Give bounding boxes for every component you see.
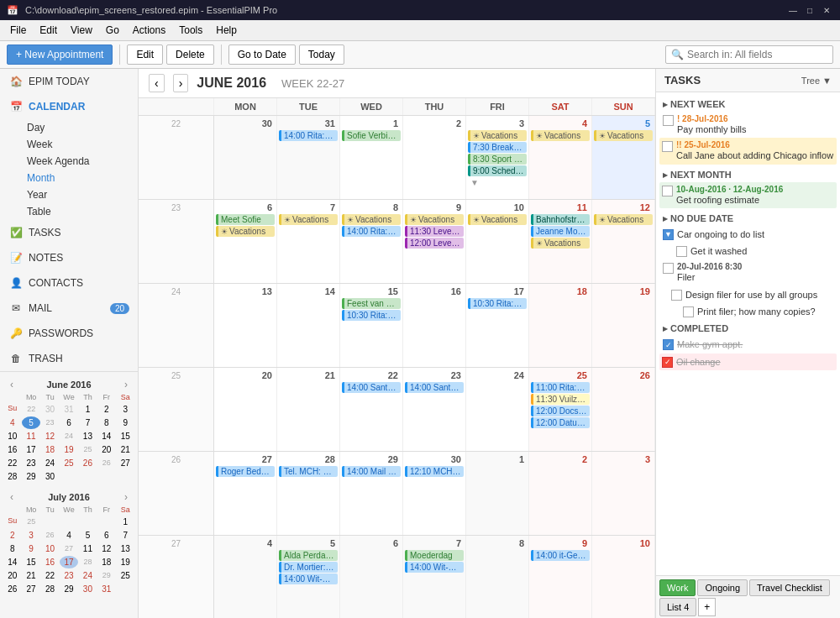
mini-day[interactable]: 30: [41, 470, 59, 483]
task-checkbox[interactable]: ✓: [662, 357, 673, 368]
mini-day[interactable]: 23: [22, 457, 39, 469]
mini-day[interactable]: 26: [3, 583, 21, 595]
mini-day[interactable]: [60, 516, 77, 528]
mini-day[interactable]: 25: [117, 569, 134, 582]
maximize-button[interactable]: □: [803, 3, 816, 17]
cal-event[interactable]: 8:30 Sport spe: [468, 154, 527, 165]
close-button[interactable]: ✕: [820, 3, 833, 17]
cal-event[interactable]: 14:00 Santana: oj: [405, 382, 464, 393]
cal-event[interactable]: 14:00 Rita: mail b: [279, 130, 338, 141]
cal-cell[interactable]: 13: [214, 284, 277, 367]
cal-cell[interactable]: 1: [466, 452, 529, 535]
sidebar-sub-day[interactable]: Day: [0, 119, 138, 136]
cal-event[interactable]: 14:00 Wit-Gele K: [405, 562, 464, 573]
menu-item-tools[interactable]: Tools: [172, 22, 209, 39]
cal-event[interactable]: 14:00 Santana: oj: [342, 382, 401, 393]
cal-cell[interactable]: 6Meet Sofie☀Vacations: [214, 200, 277, 283]
cal-cell[interactable]: 28Tel. MCH: RDV R: [277, 452, 340, 535]
mini-day[interactable]: [60, 470, 77, 483]
mini-day[interactable]: 28: [3, 470, 21, 483]
cal-cell-today[interactable]: 5☀Vacations: [592, 116, 655, 199]
sidebar-item-passwords[interactable]: 🔑 PASSWORDS: [0, 321, 138, 346]
sidebar-item-epim-today[interactable]: 🏠 EPIM TODAY: [0, 69, 138, 94]
mini-day[interactable]: 1: [117, 516, 134, 528]
task-checkbox[interactable]: [663, 115, 674, 126]
cal-cell[interactable]: 10: [592, 536, 655, 618]
cal-cell[interactable]: 16: [403, 284, 466, 367]
mini-day[interactable]: 20: [97, 443, 115, 456]
cal-event[interactable]: Feest van de Arb: [342, 298, 401, 309]
cal-cell[interactable]: 2214:00 Santana: oj: [340, 368, 403, 451]
mini-day[interactable]: 21: [22, 569, 39, 582]
task-tab-list4[interactable]: List 4: [659, 598, 696, 616]
task-item[interactable]: ✓ Make gym appt.: [659, 336, 837, 353]
cal-cell[interactable]: 27Roger Beddegen: [214, 452, 277, 535]
mini-day[interactable]: [79, 516, 97, 528]
menu-item-file[interactable]: File: [3, 22, 33, 39]
mini-day[interactable]: 1: [79, 403, 97, 416]
mini-day[interactable]: 26: [79, 457, 97, 469]
task-item[interactable]: 20-Jul-2016 8:30 Filer: [659, 259, 837, 285]
cal-prev-button[interactable]: ‹: [149, 74, 165, 92]
mini-day[interactable]: 25: [60, 457, 77, 469]
task-checkbox[interactable]: [676, 246, 687, 257]
cal-cell[interactable]: 15Feest van de Arb10:30 Rita: boods: [340, 284, 403, 367]
mini-day[interactable]: 29: [22, 470, 39, 483]
mini-day[interactable]: 3: [22, 529, 39, 542]
cal-cell[interactable]: 4☀Vacations: [529, 116, 592, 199]
cal-next-button[interactable]: ›: [173, 74, 189, 92]
cal-cell[interactable]: 30: [214, 116, 277, 199]
today-button[interactable]: Today: [299, 45, 344, 65]
sidebar-item-notes[interactable]: 📝 NOTES: [0, 245, 138, 270]
cal-event[interactable]: Meet Sofie: [216, 214, 275, 225]
cal-cell[interactable]: 1Sofie Verbiest (15: [340, 116, 403, 199]
cal-cell[interactable]: 20: [214, 368, 277, 451]
mini-day[interactable]: 22: [41, 569, 59, 582]
mini-day[interactable]: 22: [3, 457, 21, 469]
sidebar-sub-month[interactable]: Month: [0, 170, 138, 186]
mini-day[interactable]: 16: [3, 443, 21, 456]
sidebar-sub-table[interactable]: Table: [0, 203, 138, 220]
cal-event[interactable]: Sofie Verbiest (15: [342, 130, 401, 141]
search-box[interactable]: 🔍: [665, 45, 833, 64]
cal-event[interactable]: 10:30 Rita: boods: [468, 298, 527, 309]
mini-day[interactable]: 8: [97, 416, 115, 429]
delete-button[interactable]: Delete: [166, 45, 214, 65]
mini-day[interactable]: 30: [79, 583, 97, 595]
cal-event[interactable]: ☀Vacations: [594, 214, 653, 225]
mini-day[interactable]: 15: [117, 430, 134, 443]
mini-day[interactable]: 15: [22, 556, 39, 568]
task-checkbox[interactable]: ▼: [663, 229, 674, 240]
mini-day[interactable]: 2: [3, 529, 21, 542]
task-item[interactable]: !! 25-Jul-2016 Call Jane about adding Ch…: [659, 138, 837, 164]
cal-event[interactable]: 7:30 Breakfast: [468, 142, 527, 153]
mini-day[interactable]: 23: [60, 569, 77, 582]
cal-event[interactable]: 14:00 it-Gele Kru: [531, 550, 590, 561]
mini-day[interactable]: 19: [60, 443, 77, 456]
cal-cell[interactable]: 19: [592, 284, 655, 367]
cal-cell[interactable]: 3☀Vacations7:30 Breakfast8:30 Sport spe9…: [466, 116, 529, 199]
cal-cell[interactable]: 10☀Vacations: [466, 200, 529, 283]
mini-day[interactable]: [79, 470, 97, 483]
search-input[interactable]: [687, 49, 827, 60]
sidebar-item-mail[interactable]: ✉ MAIL 20: [0, 296, 138, 321]
cal-event[interactable]: Moederdag: [405, 550, 464, 561]
mini-day[interactable]: 21: [117, 443, 134, 456]
mini-day[interactable]: 27: [117, 457, 134, 469]
mini-day[interactable]: 6: [60, 416, 77, 429]
menu-item-view[interactable]: View: [64, 22, 99, 39]
mini-day[interactable]: 16: [41, 556, 59, 568]
mini-day[interactable]: 20: [3, 569, 21, 582]
cal-event[interactable]: ☀Vacations: [531, 130, 590, 141]
cal-event[interactable]: Alda Perdaens (1: [279, 550, 338, 561]
cal-event[interactable]: ☀Vacations: [342, 214, 401, 225]
cal-cell[interactable]: 2511:00 Rita: boods11:30 Vuilzakken12:00…: [529, 368, 592, 451]
cal-event[interactable]: 11:30 Vuilzakken: [531, 394, 590, 405]
mini-day[interactable]: 12: [41, 430, 59, 443]
cal-event[interactable]: ☀Vacations: [405, 214, 464, 225]
cal-event[interactable]: 12:00 Docs wilsv: [531, 406, 590, 416]
mini-day[interactable]: 18: [97, 556, 115, 568]
mini-day[interactable]: 13: [79, 430, 97, 443]
menu-item-actions[interactable]: Actions: [126, 22, 172, 39]
task-tab-travel-checklist[interactable]: Travel Checklist: [749, 579, 830, 596]
